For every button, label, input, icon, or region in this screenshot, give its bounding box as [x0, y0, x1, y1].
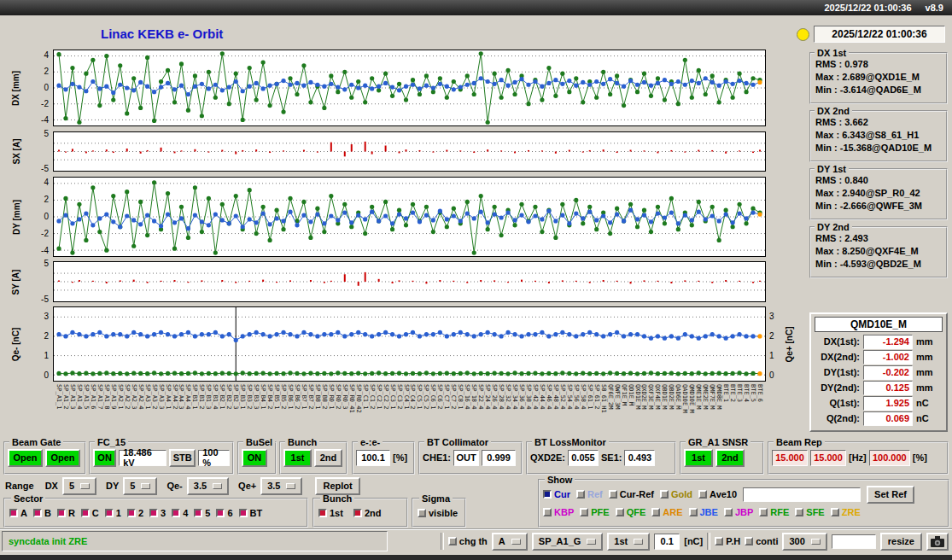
checkbox-a[interactable]: A — [9, 508, 27, 518]
bpm-x-label: SP_A4_1 — [165, 384, 172, 410]
monitor-dropdown[interactable]: SP_A1_G — [532, 533, 604, 551]
sy-plot[interactable] — [53, 261, 766, 302]
range-dx-dropdown[interactable]: 5 — [62, 477, 96, 495]
status-bunch-dropdown[interactable]: 1st — [607, 533, 650, 551]
snsr-1st-button[interactable]: 1st — [684, 449, 713, 467]
sx-plot[interactable] — [53, 131, 766, 172]
chg-th-mode-dropdown[interactable]: A — [492, 533, 528, 551]
stats-max: Max : 6.343@S8_61_H1 — [813, 129, 944, 142]
checkbox-r[interactable]: R — [57, 508, 75, 518]
checkbox-sfe[interactable]: SFE — [795, 507, 824, 517]
fc15-on-button[interactable]: ON — [93, 449, 116, 467]
checkbox-6[interactable]: 6 — [216, 508, 232, 518]
checkbox-conti[interactable]: conti — [745, 536, 778, 546]
bunch-select-group: Bunch 1st2nd — [312, 493, 408, 528]
bpm-x-label: SP_A3_1 — [144, 384, 151, 410]
ref-file-input[interactable] — [743, 487, 861, 502]
range-qe-minus-dropdown[interactable]: 3.5 — [187, 477, 229, 495]
checkbox-1[interactable]: 1 — [105, 508, 121, 518]
bpm-x-label: SP_R0_42 — [355, 384, 362, 413]
checkbox-indicator — [33, 509, 42, 517]
snapshot-button[interactable] — [926, 533, 949, 551]
bunch-1st-button[interactable]: 1st — [283, 449, 312, 467]
interval-dropdown[interactable]: 300 — [782, 533, 826, 551]
checkbox-visible[interactable]: visible — [418, 508, 458, 518]
range-qe-plus-dropdown[interactable]: 3.5 — [260, 477, 302, 495]
bpm-x-label: QWFE_3M — [614, 384, 621, 410]
bpm-x-label: SP_B3_1 — [239, 384, 246, 410]
checkbox-cur-ref[interactable]: Cur-Ref — [609, 489, 654, 499]
snsr-2nd-button[interactable]: 2nd — [715, 449, 745, 467]
bpm-x-label: SP_A2_1 — [117, 384, 124, 410]
range-dx-label: DX — [45, 481, 58, 491]
checkbox-jbe[interactable]: JBE — [689, 507, 718, 517]
range-row: Range DX 5 DY 5 Qe- 3.5 Qe+ 3.5 Replot — [5, 476, 360, 495]
busel-on-button[interactable]: ON — [242, 449, 267, 467]
checkbox-5[interactable]: 5 — [194, 508, 210, 518]
bpm-row-label: DX(1st): — [815, 336, 860, 347]
checkbox-p-h[interactable]: P.H — [715, 536, 740, 546]
stats-dx-2nd: DX 2nd RMS : 3.662 Max : 6.343@S8_61_H1 … — [809, 106, 948, 162]
checkbox-label: PFE — [591, 507, 609, 517]
bpm-readout-panel: QMD10E_M DX(1st):-1.294mm DX(2nd):-1.002… — [809, 312, 948, 432]
bpm-row-unit: mm — [916, 352, 933, 362]
camera-icon — [931, 536, 944, 547]
resize-button[interactable]: resize — [880, 533, 922, 551]
status-bunch-value: 1st — [614, 536, 628, 546]
checkbox-jbp[interactable]: JBP — [724, 507, 753, 517]
checkbox-ref[interactable]: Ref — [576, 489, 603, 499]
bpm-x-label: BTE_1 — [722, 384, 729, 402]
checkbox-indicator — [616, 508, 624, 516]
checkbox-label: Ave10 — [710, 489, 737, 499]
bpm-x-label: BTE_2 — [729, 384, 736, 402]
dy-plot[interactable] — [53, 177, 766, 257]
bpm-x-label: SP_A2_4 — [137, 384, 144, 410]
checkbox-bt[interactable]: BT — [239, 508, 263, 518]
checkbox-1st[interactable]: 1st — [318, 508, 343, 518]
beam-gate-open-button-2[interactable]: Open — [45, 449, 80, 467]
bpm-x-label: SP_56_4 — [573, 384, 580, 410]
checkbox-zre[interactable]: ZRE — [831, 507, 861, 517]
checkbox-ave10[interactable]: Ave10 — [698, 489, 737, 499]
axis-tick-label: 3 — [44, 312, 49, 321]
checkbox-2[interactable]: 2 — [127, 508, 143, 518]
checkbox-chg-th[interactable]: chg th — [448, 536, 488, 546]
dx-plot[interactable] — [53, 50, 766, 126]
bpm-x-label: SP_B4_1 — [260, 384, 266, 410]
checkbox-b[interactable]: B — [33, 508, 51, 518]
checkbox-4[interactable]: 4 — [172, 508, 188, 518]
checkbox-label: B — [44, 508, 51, 518]
charge-plot[interactable] — [53, 306, 766, 382]
bunch-2nd-button[interactable]: 2nd — [314, 449, 342, 467]
checkbox-qfe[interactable]: QFE — [616, 507, 646, 517]
fc15-stb-button[interactable]: STB — [169, 449, 196, 467]
bpm-x-label: QF1E_M — [621, 384, 628, 405]
bpm-x-label: SP_54_4 — [566, 384, 573, 410]
checkbox-rfe[interactable]: RFE — [759, 507, 789, 517]
beam-rep-hz-unit: [Hz] — [849, 452, 867, 463]
checkbox-c[interactable]: C — [81, 508, 99, 518]
bpm-x-label: SP_C1_2 — [369, 384, 376, 410]
checkbox-3[interactable]: 3 — [149, 508, 166, 518]
bpm-x-label: BTE_4 — [743, 384, 750, 402]
statusbar-entry[interactable] — [832, 534, 876, 549]
bpm-x-label: SP_32_4 — [505, 384, 511, 410]
checkbox-cur[interactable]: Cur — [543, 489, 570, 499]
replot-button[interactable]: Replot — [315, 477, 359, 495]
checkbox-indicator — [831, 508, 839, 516]
beam-gate-open-button-1[interactable]: Open — [8, 449, 43, 467]
checkbox-kbp[interactable]: KBP — [543, 507, 574, 517]
set-ref-button[interactable]: Set Ref — [867, 486, 914, 504]
range-qe-minus-value: 3.5 — [194, 481, 207, 491]
checkbox-gold[interactable]: Gold — [660, 489, 692, 499]
checkbox-2nd[interactable]: 2nd — [353, 508, 382, 518]
checkbox-pfe[interactable]: PFE — [580, 507, 609, 517]
bpm-x-label: SP_B3_3 — [253, 384, 260, 410]
checkbox-label: KBP — [554, 507, 574, 517]
bpm-x-label: SP_42_4 — [532, 384, 539, 410]
bpm-x-label: SP_B8_1 — [314, 384, 321, 410]
checkbox-are[interactable]: ARE — [651, 507, 682, 517]
axis-tick-label: 0 — [44, 212, 49, 221]
bpm-x-label: SP_C3_2 — [396, 384, 403, 410]
range-dy-dropdown[interactable]: 5 — [123, 477, 157, 495]
